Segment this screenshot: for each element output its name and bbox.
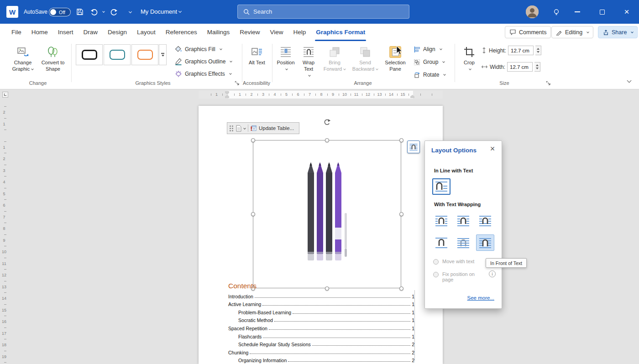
width-stepper[interactable] [534,62,540,72]
toc-entry[interactable]: Introduction1 [228,291,414,299]
info-icon[interactable]: i [489,270,496,277]
pencil-icon [556,29,562,36]
wrap-option-tight[interactable] [454,213,472,229]
redo-icon[interactable] [110,8,118,16]
alt-text-button[interactable]: Alt Text [246,43,268,79]
height-stepper[interactable] [535,46,541,55]
collapse-ribbon-icon[interactable] [623,77,633,85]
wrap-option-inline[interactable] [432,178,450,195]
width-input[interactable] [507,62,533,72]
vertical-ruler[interactable]: 1234567891011121314151617181912 [0,99,10,364]
tab-graphics-format[interactable]: Graphics Format [311,24,370,41]
toc-entry[interactable]: Organizing Information2 [228,355,414,364]
graphics-style-thumb-2[interactable] [104,44,131,65]
tab-review[interactable]: Review [235,24,265,41]
rotate-handle[interactable] [323,119,331,126]
selection-handle-top-left[interactable] [251,138,255,142]
height-input[interactable] [508,46,534,55]
tab-references[interactable]: References [161,24,202,41]
minimize-button[interactable] [571,6,583,17]
document-title-menu[interactable]: My Document [141,8,181,15]
selection-handle-bottom-center[interactable] [325,286,329,291]
rotate-icon [414,72,420,78]
tab-view[interactable]: View [265,24,288,41]
wrap-option-in-front[interactable] [476,234,494,251]
account-avatar[interactable] [526,5,539,18]
horizontal-ruler[interactable]: 1234567891011121314151 [199,91,443,99]
search-input[interactable]: Search [237,5,409,19]
wrap-option-top-bottom[interactable] [432,234,450,251]
close-button[interactable]: × [621,6,633,17]
send-backward-button[interactable]: Send Backward [351,43,380,79]
lightbulb-icon[interactable] [552,8,560,16]
graphic-selection-box[interactable] [253,140,401,288]
tab-help[interactable]: Help [288,24,311,41]
wrap-option-square[interactable] [432,213,450,229]
share-button[interactable]: Share [598,26,638,38]
graphics-fill-button[interactable]: Graphics Fill [173,44,224,55]
selection-handle-top-right[interactable] [399,138,403,142]
selection-handle-mid-left[interactable] [251,212,255,216]
update-table-label[interactable]: Update Table... [259,125,294,131]
selection-handle-bottom-right[interactable] [399,286,403,291]
tab-mailings[interactable]: Mailings [202,24,235,41]
selection-pane-button[interactable]: Selection Pane [382,43,409,79]
wrap-option-through[interactable] [476,213,494,229]
selection-handle-top-center[interactable] [325,138,329,142]
tab-file[interactable]: File [6,24,26,41]
save-icon[interactable] [76,8,84,16]
toc-document-icon[interactable] [236,125,241,132]
radio-circle [433,259,439,265]
comments-button[interactable]: Comments [505,26,551,38]
toc-entry[interactable]: Chunking2 [228,347,414,355]
graphics-style-thumb-1[interactable] [76,44,103,65]
tab-insert[interactable]: Insert [53,24,79,41]
bring-forward-button[interactable]: Bring Forward [320,43,349,79]
crop-button[interactable]: Crop [459,43,479,79]
toc-menu-caret-icon[interactable] [243,127,246,130]
toc-entry[interactable]: Flashcards1 [228,331,414,339]
editing-mode-button[interactable]: Editing [551,26,593,38]
tab-layout[interactable]: Layout [132,24,161,41]
fix-position-radio[interactable]: Fix position on page [433,271,483,282]
align-button[interactable]: Align [412,44,450,55]
toc-control-toolbar[interactable]: Update Table... [227,122,299,134]
wrap-text-button[interactable]: Wrap Text [298,43,320,79]
top-bottom-wrap-icon [435,237,448,249]
selection-handle-mid-right[interactable] [399,212,403,216]
see-more-link[interactable]: See more... [467,295,494,301]
undo-icon[interactable] [90,8,98,16]
graphics-effects-button[interactable]: Graphics Effects [173,68,234,79]
toc-entry[interactable]: Spaced Repetition1 [228,323,414,331]
toc-entry[interactable]: Schedule Regular Study Sessions2 [228,339,414,348]
width-icon [481,64,488,70]
move-with-text-radio[interactable]: Move with text [433,259,474,265]
layout-options-launcher-button[interactable] [407,140,420,153]
tab-home[interactable]: Home [26,24,53,41]
quick-access-caret-icon[interactable] [125,8,133,16]
rotate-button[interactable]: Rotate [412,69,450,80]
styles-gallery-more-button[interactable] [159,44,167,65]
autosave-toggle[interactable]: Off [49,8,71,16]
undo-dropdown-caret[interactable] [99,8,107,16]
position-button[interactable]: Position [275,43,297,79]
tab-stop-selector[interactable] [2,92,8,98]
change-graphic-button[interactable]: Change Graphic [8,43,37,79]
toc-entry[interactable]: Active Learning1 [228,299,414,307]
tab-design[interactable]: Design [103,24,132,41]
panel-close-icon[interactable]: × [488,144,497,154]
graphics-style-thumb-3[interactable] [131,44,158,65]
crop-icon [463,46,475,58]
group-label-accessibility: Accessibility [234,80,279,86]
tab-draw[interactable]: Draw [79,24,103,41]
toc-entry[interactable]: Problem-Based Learning1 [228,307,414,315]
maximize-button[interactable] [596,6,608,17]
toc-entry[interactable]: Socratic Method1 [228,315,414,323]
size-dialog-launcher-icon[interactable] [546,81,551,86]
wrap-option-behind-text[interactable] [454,234,472,251]
document-page[interactable]: Update Table... [199,106,443,364]
drag-grip-icon[interactable] [230,125,234,131]
group-button[interactable]: Group [412,57,450,68]
convert-to-shape-button[interactable]: Convert to Shape [38,43,68,79]
graphics-outline-button[interactable]: Graphics Outline [173,56,234,67]
